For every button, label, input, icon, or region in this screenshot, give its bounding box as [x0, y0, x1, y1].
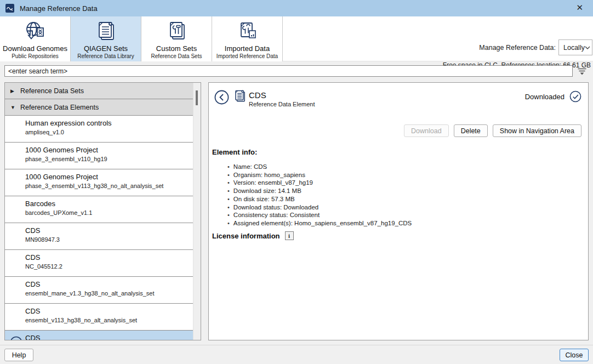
tab-imported-data[interactable]: Imported Data Imported Reference Data: [212, 16, 283, 61]
close-window-icon[interactable]: ✕: [573, 2, 586, 14]
tab-download-genomes[interactable]: Download Genomes Public Repositories: [0, 16, 71, 61]
group-reference-data-sets[interactable]: ▶ Reference Data Sets: [5, 83, 193, 99]
list-item[interactable]: Barcodes barcodes_UPXome_v1.1: [5, 196, 193, 223]
list-item-name: CDS: [25, 226, 193, 235]
document-list-icon: [95, 19, 117, 44]
download-status-label: Downloaded: [525, 93, 565, 101]
list-item-name: CDS: [25, 253, 193, 262]
element-info-line: Download size: 14.1 MB: [227, 187, 412, 195]
list-item-version: phase_3_ensembl_v113_hg38_no_alt_analysi…: [25, 183, 193, 190]
check-circle-icon: [10, 336, 22, 340]
list-item-name: 1000 Genomes Project: [25, 146, 193, 155]
document-list-icon: [233, 89, 247, 104]
list-item-version: ensembl_v113_hg38_no_alt_analysis_set: [25, 317, 193, 324]
list-item[interactable]: CDS NC_045512.2: [5, 250, 193, 277]
list-item[interactable]: CDS ensembl_v87_hg19: [5, 331, 193, 340]
close-button[interactable]: Close: [560, 349, 589, 361]
license-information-row: License information i: [212, 231, 294, 240]
list-item-name: CDS: [25, 307, 193, 316]
location-dropdown-value: Locally: [563, 44, 585, 52]
footer-separator: [0, 345, 593, 345]
list-item-version: ensembl_mane_v1.3_hg38_no_alt_analysis_s…: [25, 290, 193, 297]
list-scrollbar-track[interactable]: [193, 83, 201, 340]
list-item[interactable]: 1000 Genomes Project phase_3_ensembl_v11…: [5, 143, 193, 169]
chevron-down-icon: [585, 46, 590, 49]
list-item-version: barcodes_UPXome_v1.1: [25, 209, 193, 217]
element-info-line: Assigned element(s): Homo_sapiens_ensemb…: [227, 219, 412, 228]
action-button-row: Download Delete Show in Navigation Area: [404, 124, 581, 137]
list-item[interactable]: 1000 Genomes Project phase_3_ensembl_v11…: [5, 169, 193, 196]
group-label: Reference Data Sets: [20, 87, 84, 95]
tab-label: Imported Data: [225, 44, 270, 53]
element-info-line: On disk size: 57.3 MB: [227, 195, 412, 203]
window-title: Manage Reference Data: [20, 4, 98, 13]
back-button[interactable]: [214, 90, 229, 105]
list-item-version: phase_3_ensembl_v110_hg19: [25, 156, 193, 163]
tab-sublabel: Imported Reference Data: [216, 53, 278, 60]
reference-data-sidebar: ▶ Reference Data Sets ▼ Reference Data E…: [4, 82, 201, 340]
location-dropdown[interactable]: Locally: [558, 39, 592, 55]
tab-sublabel: Public Repositories: [12, 53, 59, 60]
manage-reference-data-label: Manage Reference Data:: [479, 44, 556, 52]
list-item-name: Human expression controls: [25, 119, 193, 128]
element-info-line: Name: CDS: [227, 163, 412, 171]
tab-label: QIAGEN Sets: [84, 44, 128, 53]
list-item[interactable]: Human expression controls ampliseq_v1.0: [5, 116, 193, 143]
element-info-list: Name: CDS Organism: homo_sapiens Version…: [227, 163, 412, 228]
tab-sublabel: Reference Data Sets: [151, 53, 202, 60]
info-icon[interactable]: i: [285, 231, 294, 240]
element-subtitle: Reference Data Element: [249, 101, 315, 107]
tab-sublabel: Reference Data Library: [77, 53, 134, 60]
titlebar: Manage Reference Data ✕: [0, 0, 593, 16]
list-item-version: ampliseq_v1.0: [25, 129, 193, 136]
expanded-arrow-icon: ▼: [10, 105, 15, 110]
download-button[interactable]: Download: [404, 124, 449, 137]
element-detail-panel: CDS Reference Data Element Downloaded Do…: [208, 82, 589, 340]
list-item-name: 1000 Genomes Project: [25, 173, 193, 181]
tab-custom-sets[interactable]: Custom Sets Reference Data Sets: [141, 16, 212, 61]
clc-app-icon: [5, 4, 14, 13]
list-item[interactable]: CDS ensembl_mane_v1.3_hg38_no_alt_analys…: [5, 277, 193, 304]
show-in-navigation-area-button[interactable]: Show in Navigation Area: [493, 124, 581, 137]
element-info-line: Organism: homo_sapiens: [227, 171, 412, 179]
delete-button[interactable]: Delete: [454, 124, 488, 137]
list-item[interactable]: CDS ensembl_v113_hg38_no_alt_analysis_se…: [5, 304, 193, 331]
element-title: CDS: [249, 90, 266, 100]
document-tools-icon: [166, 19, 187, 44]
list-item[interactable]: CDS MN908947.3: [5, 223, 193, 250]
list-item-version: MN908947.3: [25, 236, 193, 243]
group-reference-data-elements[interactable]: ▼ Reference Data Elements: [5, 99, 193, 116]
globe-download-icon: [23, 19, 47, 44]
download-status: Downloaded: [525, 90, 581, 103]
check-circle-icon: [569, 90, 581, 103]
help-button[interactable]: Help: [4, 349, 33, 361]
license-information-label: License information: [212, 232, 280, 240]
tab-qiagen-sets[interactable]: QIAGEN Sets Reference Data Library: [71, 16, 141, 61]
tab-label: Download Genomes: [3, 44, 67, 53]
group-label: Reference Data Elements: [20, 104, 99, 111]
element-info-line: Version: ensembl_v87_hg19: [227, 179, 412, 187]
collapsed-arrow-icon: ▶: [10, 88, 15, 94]
tab-bar: Download Genomes Public Repositories QIA…: [0, 16, 593, 61]
list-item-version: NC_045512.2: [25, 263, 193, 270]
list-item-name: Barcodes: [25, 200, 193, 208]
element-info-heading: Element info:: [212, 148, 257, 156]
filter-icon[interactable]: [575, 66, 589, 77]
element-info-line: Download status: Downloaded: [227, 203, 412, 212]
search-input[interactable]: [4, 65, 573, 77]
reference-data-list: ▶ Reference Data Sets ▼ Reference Data E…: [5, 83, 193, 340]
document-import-icon: [236, 19, 258, 44]
element-info-line: Consistency status: Consistent: [227, 211, 412, 219]
list-scrollbar-thumb[interactable]: [196, 90, 198, 105]
list-item-name: CDS: [25, 280, 193, 289]
list-item-name: CDS: [25, 334, 193, 340]
tab-label: Custom Sets: [156, 44, 197, 53]
